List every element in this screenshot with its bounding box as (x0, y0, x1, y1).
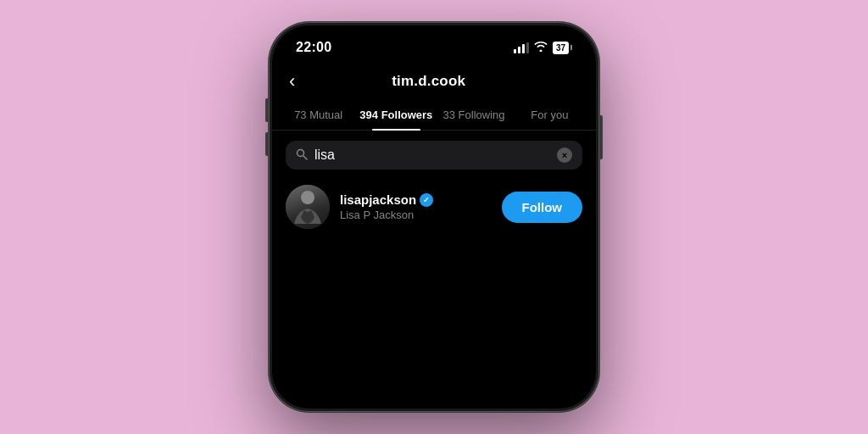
back-button[interactable]: ‹ (289, 72, 295, 91)
avatar (286, 185, 330, 229)
signal-bar-4 (526, 42, 529, 53)
battery-tip (570, 45, 572, 50)
nav-bar: ‹ tim.d.cook (272, 63, 596, 100)
search-area: lisa × (272, 131, 596, 176)
power-button[interactable] (599, 115, 603, 159)
tab-following[interactable]: 33 Following (436, 100, 511, 130)
tab-followers[interactable]: 394 Followers (356, 100, 436, 130)
battery-level: 37 (553, 42, 569, 54)
search-box[interactable]: lisa × (286, 141, 582, 170)
status-icons: 37 (514, 42, 572, 54)
signal-bar-2 (518, 47, 520, 53)
search-clear-button[interactable]: × (557, 147, 572, 163)
verified-badge: ✓ (420, 193, 433, 207)
tabs-bar: 73 Mutual 394 Followers 33 Following For… (272, 100, 596, 131)
battery-indicator: 37 (553, 42, 572, 54)
status-bar: 22:00 37 (272, 25, 596, 63)
follow-button[interactable]: Follow (502, 192, 583, 223)
camera-pill (422, 34, 446, 42)
volume-up-button[interactable] (265, 132, 269, 156)
list-item: lisapjackson ✓ Lisa P Jackson Follow (272, 176, 596, 237)
wifi-icon (534, 42, 548, 54)
svg-line-1 (303, 156, 307, 159)
tab-for-you[interactable]: For you (512, 100, 587, 130)
signal-bar-1 (514, 49, 516, 53)
status-time: 22:00 (296, 40, 331, 55)
svg-point-0 (298, 149, 304, 156)
phone-screen: 22:00 37 (272, 25, 596, 409)
username-label: lisapjackson (340, 192, 416, 207)
user-info: lisapjackson ✓ Lisa P Jackson (340, 192, 492, 221)
nav-title: tim.d.cook (295, 73, 562, 90)
svg-point-2 (301, 191, 314, 204)
volume-down-button[interactable] (265, 98, 269, 122)
search-icon (296, 148, 308, 163)
user-list: lisapjackson ✓ Lisa P Jackson Follow (272, 176, 596, 409)
signal-icon (514, 42, 529, 53)
phone-frame: 22:00 37 (269, 22, 599, 412)
username-row: lisapjackson ✓ (340, 192, 492, 207)
search-input[interactable]: lisa (314, 147, 550, 163)
tab-mutual[interactable]: 73 Mutual (281, 100, 356, 130)
signal-bar-3 (522, 44, 525, 53)
display-name-label: Lisa P Jackson (340, 209, 492, 221)
